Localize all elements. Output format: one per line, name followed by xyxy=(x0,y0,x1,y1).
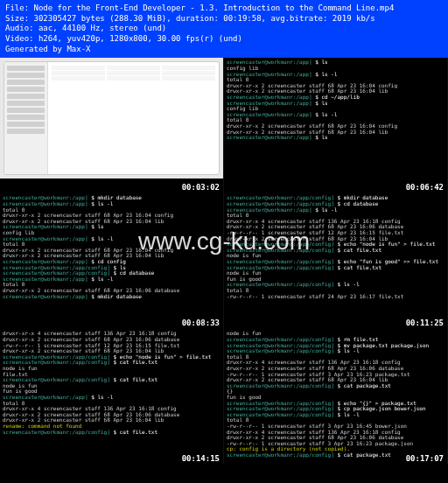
terminal-output: screencaster@workmanr:/app] $ ls config … xyxy=(224,58,447,142)
file-line: File: Node for the Front-End Developer -… xyxy=(5,4,443,14)
thumbnail-pane: node is fun screencaster@workmanr:/app/c… xyxy=(224,329,448,465)
timestamp-label: 00:17:07 xyxy=(406,454,444,463)
terminal-output: node is fun screencaster@workmanr:/app/c… xyxy=(224,329,447,459)
media-info-header: File: Node for the Front-End Developer -… xyxy=(0,0,448,58)
timestamp-label: 00:06:42 xyxy=(406,183,444,192)
timestamp-label: 00:03:02 xyxy=(182,183,220,192)
finder-window xyxy=(0,58,223,178)
thumbnail-grid: 00:03:02 screencaster@workmanr:/app] $ l… xyxy=(0,58,448,483)
timestamp-label: 00:08:33 xyxy=(182,318,220,327)
terminal-output: screencaster@workmanr:/app] $ mkdir data… xyxy=(0,193,223,301)
terminal-output: screencaster@workmanr:/app/config] $ mkd… xyxy=(224,193,447,301)
video-line: Video: h264, yuv420p, 1280x800, 30.00 fp… xyxy=(5,34,443,45)
finder-file-list xyxy=(48,62,219,174)
audio-line: Audio: aac, 44100 Hz, stereo (und) xyxy=(5,24,443,34)
generator-line: Generated by Max-X xyxy=(5,45,443,55)
timestamp-label: 00:14:15 xyxy=(182,454,220,463)
thumbnail-pane: screencaster@workmanr:/app/config] $ mkd… xyxy=(224,193,448,329)
timestamp-label: 00:11:25 xyxy=(406,318,444,327)
thumbnail-pane: drwxr-xr-x 4 screencaster staff 136 Apr … xyxy=(0,329,224,465)
terminal-output: drwxr-xr-x 4 screencaster staff 136 Apr … xyxy=(0,329,223,437)
thumbnail-pane: 00:03:02 xyxy=(0,58,224,193)
size-line: Size: 302305427 bytes (288.30 MiB), dura… xyxy=(5,14,443,24)
thumbnail-pane: screencaster@workmanr:/app] $ ls config … xyxy=(224,58,448,193)
thumbnail-pane: screencaster@workmanr:/app] $ mkdir data… xyxy=(0,193,224,329)
finder-sidebar xyxy=(4,62,48,174)
